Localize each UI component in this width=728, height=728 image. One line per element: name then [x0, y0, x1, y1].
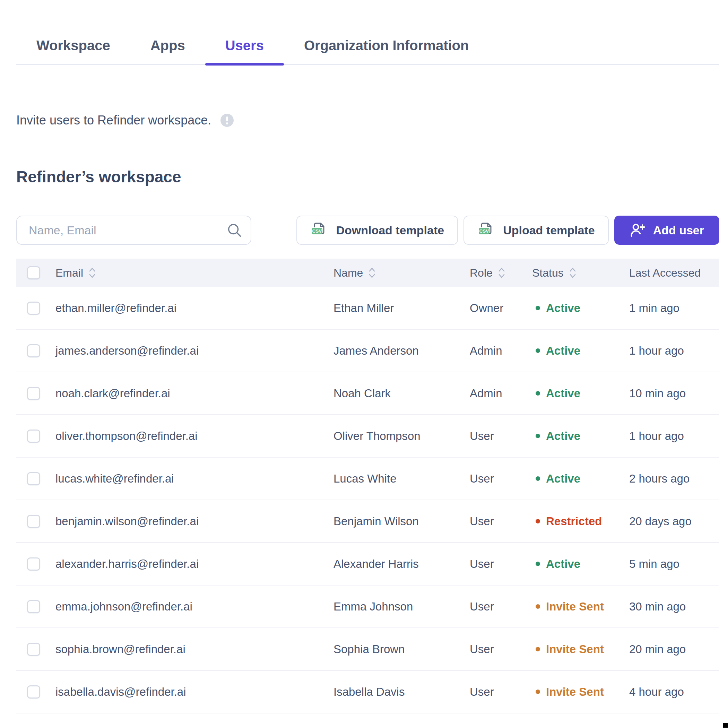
email-cell: sophia.brown@refinder.ai [55, 643, 333, 656]
row-checkbox[interactable] [27, 344, 40, 358]
tab-label: Workspace [37, 38, 110, 53]
add-user-label: Add user [653, 223, 704, 237]
column-header-label: Name [333, 266, 363, 280]
column-header-label: Email [55, 266, 83, 280]
table-row: alexander.harris@refinder.ai Alexander H… [16, 543, 719, 586]
row-checkbox[interactable] [27, 430, 40, 443]
role-cell: User [470, 643, 532, 656]
row-checkbox-cell [16, 643, 55, 656]
upload-template-button[interactable]: CSV Upload template [463, 216, 609, 245]
email-text: emma.johnson@refinder.ai [55, 600, 193, 613]
name-text: Lucas White [333, 472, 396, 485]
last-accessed-cell: 4 hour ago [629, 685, 719, 699]
row-checkbox[interactable] [27, 301, 40, 315]
role-cell: User [470, 600, 532, 613]
status-label: Invite Sent [546, 600, 604, 613]
row-checkbox-cell [16, 430, 55, 443]
column-header-label: Status [532, 266, 564, 280]
download-template-label: Download template [336, 223, 444, 237]
email-cell: alexander.harris@refinder.ai [55, 557, 333, 570]
column-header-label: Last Accessed [629, 266, 700, 280]
select-all-checkbox[interactable] [27, 266, 40, 280]
status-dot-icon [535, 647, 540, 652]
role-text: Admin [470, 387, 502, 400]
users-table: Email Name Role Status Last Accessed [16, 258, 719, 713]
last-accessed-text: 10 min ago [629, 387, 686, 400]
email-cell: lucas.white@refinder.ai [55, 472, 333, 485]
last-accessed-cell: 5 min ago [629, 557, 719, 570]
invite-text: Invite users to Refinder workspace. [16, 113, 211, 128]
tab-bar: Workspace Apps Users Organization Inform… [16, 0, 719, 65]
name-cell: Ethan Miller [333, 301, 470, 315]
add-user-button[interactable]: Add user [614, 216, 719, 245]
status-cell: Invite Sent [532, 685, 629, 699]
role-cell: Admin [470, 344, 532, 358]
email-cell: isabella.davis@refinder.ai [55, 685, 333, 699]
row-checkbox[interactable] [27, 557, 40, 570]
column-header-name[interactable]: Name [333, 266, 470, 280]
status-label: Active [546, 557, 580, 570]
tab-users[interactable]: Users [205, 38, 284, 64]
tab-apps[interactable]: Apps [130, 38, 205, 64]
status-label: Restricted [546, 515, 602, 528]
last-accessed-text: 1 hour ago [629, 344, 684, 358]
status-label: Invite Sent [546, 643, 604, 656]
email-text: oliver.thompson@refinder.ai [55, 430, 197, 443]
last-accessed-cell: 2 hours ago [629, 472, 719, 485]
row-checkbox-cell [16, 557, 55, 570]
email-text: benjamin.wilson@refinder.ai [55, 515, 199, 528]
email-cell: emma.johnson@refinder.ai [55, 600, 333, 613]
last-accessed-cell: 30 min ago [629, 600, 719, 613]
role-text: User [470, 472, 494, 485]
status-cell: Active [532, 430, 629, 443]
search-input[interactable] [16, 216, 251, 245]
table-row: ethan.miller@refinder.ai Ethan Miller Ow… [16, 287, 719, 330]
row-checkbox-cell [16, 344, 55, 358]
row-checkbox[interactable] [27, 472, 40, 485]
name-cell: James Anderson [333, 344, 470, 358]
search-icon [226, 222, 242, 238]
status-label: Active [546, 387, 580, 400]
download-template-button[interactable]: CSV Download template [297, 216, 458, 245]
status-cell: Invite Sent [532, 643, 629, 656]
name-text: Noah Clark [333, 387, 391, 400]
status-label: Invite Sent [546, 685, 604, 699]
column-header-role[interactable]: Role [470, 266, 532, 280]
svg-text:CSV: CSV [479, 228, 489, 234]
name-text: Alexander Harris [333, 557, 419, 570]
row-checkbox[interactable] [27, 685, 40, 699]
status-cell: Active [532, 344, 629, 358]
row-checkbox-cell [16, 472, 55, 485]
status-dot-icon [535, 434, 540, 438]
tab-organization-information[interactable]: Organization Information [284, 38, 489, 64]
status-cell: Restricted [532, 515, 629, 528]
column-header-email[interactable]: Email [55, 266, 333, 280]
tab-workspace[interactable]: Workspace [16, 38, 130, 64]
email-cell: benjamin.wilson@refinder.ai [55, 515, 333, 528]
column-header-status[interactable]: Status [532, 266, 629, 280]
row-checkbox[interactable] [27, 387, 40, 400]
name-text: Emma Johnson [333, 600, 413, 613]
role-text: User [470, 600, 494, 613]
status-dot-icon [535, 306, 540, 310]
table-row: emma.johnson@refinder.ai Emma Johnson Us… [16, 586, 719, 628]
last-accessed-text: 20 min ago [629, 643, 686, 656]
status-cell: Active [532, 301, 629, 315]
status-dot-icon [535, 391, 540, 396]
info-circle-icon[interactable] [220, 113, 234, 127]
email-text: james.anderson@refinder.ai [55, 344, 199, 358]
name-cell: Isabella Davis [333, 685, 470, 699]
last-accessed-cell: 1 min ago [629, 301, 719, 315]
status-cell: Active [532, 557, 629, 570]
person-plus-icon [630, 222, 646, 239]
row-checkbox[interactable] [27, 643, 40, 656]
upload-template-label: Upload template [503, 223, 595, 237]
status-cell: Invite Sent [532, 600, 629, 613]
role-text: User [470, 515, 494, 528]
row-checkbox[interactable] [27, 600, 40, 613]
screenshot-corner-artifact [723, 723, 728, 728]
email-cell: oliver.thompson@refinder.ai [55, 430, 333, 443]
row-checkbox[interactable] [27, 515, 40, 528]
last-accessed-text: 30 min ago [629, 600, 686, 613]
name-text: Sophia Brown [333, 643, 405, 656]
